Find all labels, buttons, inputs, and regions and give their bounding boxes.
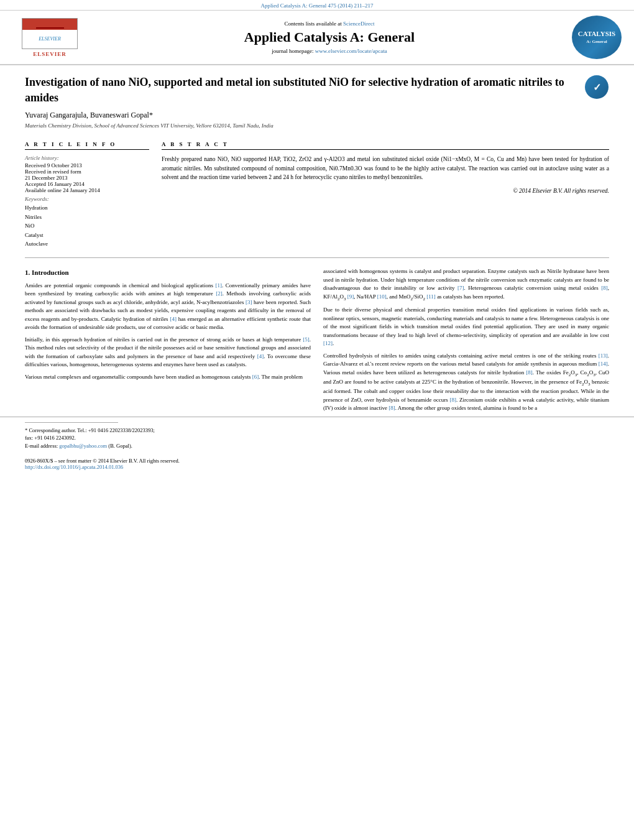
- svg-rect-0: [37, 21, 41, 28]
- svg-rect-2: [50, 20, 54, 28]
- right-para-2: Due to their diverse physical and chemic…: [323, 306, 609, 348]
- journal-center: Contents lists available at ScienceDirec…: [87, 21, 572, 54]
- article-info-col: A R T I C L E I N F O Article history: R…: [25, 141, 149, 248]
- ref-3[interactable]: [3]: [246, 299, 252, 305]
- copyright-text: © 2014 Elsevier B.V. All rights reserved…: [162, 187, 609, 195]
- ref-1[interactable]: [1]: [215, 282, 222, 288]
- ref-11[interactable]: [11]: [426, 293, 436, 300]
- journal-header: ELSEVIER ELSEVIER Contents lists availab…: [0, 11, 634, 65]
- doi-section: 0926-860X/$ – see front matter © 2014 El…: [0, 455, 634, 475]
- elsevier-logo: ELSEVIER ELSEVIER: [12, 18, 87, 57]
- revised-date: 21 December 2013: [25, 175, 149, 181]
- footnote-section: * Corresponding author. Tel.: +91 0416 2…: [0, 417, 634, 455]
- abstract-body: Freshly prepared nano NiO, NiO supported…: [162, 155, 609, 182]
- journal-top-bar: Applied Catalysis A: General 475 (2014) …: [0, 0, 634, 11]
- crossmark-badge: ✓: [584, 75, 609, 99]
- revised-label: Received in revised form: [25, 168, 149, 175]
- corresponding-footnote: * Corresponding author. Tel.: +91 0416 2…: [25, 427, 609, 435]
- article-title-area: Investigation of nano NiO, supported and…: [25, 75, 609, 106]
- keyword-5: Autoclave: [25, 241, 48, 247]
- ref-8c[interactable]: [8]: [450, 397, 457, 403]
- ref-12[interactable]: [12]: [323, 340, 333, 346]
- elsevier-label: ELSEVIER: [33, 51, 67, 57]
- history-label: Article history:: [25, 155, 149, 161]
- svg-rect-4: [36, 27, 64, 29]
- keywords-section: Keywords: Hydration Nitriles NiO Catalys…: [25, 196, 149, 248]
- ref-2[interactable]: [2]: [216, 290, 223, 297]
- body-left-col: 1. Introduction Amides are potential org…: [25, 267, 311, 416]
- right-para-3: Controlled hydrolysis of nitriles to ami…: [323, 352, 609, 413]
- intro-para-1: Amides are potential organic compounds i…: [25, 282, 311, 332]
- abstract-text: Freshly prepared nano NiO, NiO supported…: [162, 155, 609, 195]
- ref-9[interactable]: [9]: [347, 293, 354, 300]
- ref-13[interactable]: [13]: [599, 353, 608, 359]
- ref-14[interactable]: [14]: [599, 361, 608, 367]
- email-footnote: E-mail address: gopalbhu@yahoo.com (B. G…: [25, 442, 609, 450]
- ref-8[interactable]: [8]: [601, 285, 608, 291]
- ref-4[interactable]: [4]: [170, 316, 177, 322]
- elsevier-tree-icon: [31, 19, 68, 29]
- article-info-header: A R T I C L E I N F O: [25, 141, 149, 150]
- catalysis-logo: CATALYSIS A: General: [572, 16, 622, 59]
- ref-8b[interactable]: [8]: [526, 369, 533, 376]
- article-info-abstract-cols: A R T I C L E I N F O Article history: R…: [0, 141, 634, 248]
- section-divider: [25, 257, 609, 258]
- contents-link: Contents lists available at ScienceDirec…: [99, 21, 559, 27]
- ref-6[interactable]: [6]: [252, 374, 259, 380]
- received-date: Received 9 October 2013: [25, 162, 149, 168]
- abstract-col: A B S T R A C T Freshly prepared nano Ni…: [162, 141, 609, 248]
- doi-link-container: http://dx.doi.org/10.1016/j.apcata.2014.…: [25, 464, 609, 470]
- fax-footnote: fax: +91 0416 2243092.: [25, 434, 609, 442]
- sciencedirect-link[interactable]: ScienceDirect: [343, 21, 374, 27]
- keyword-3: NiO: [25, 223, 35, 229]
- ref-10[interactable]: [10]: [377, 293, 387, 300]
- article-affiliation: Materials Chemistry Division, School of …: [25, 122, 609, 129]
- keyword-4: Catalyst: [25, 232, 44, 238]
- journal-name: Applied Catalysis A: General: [99, 29, 559, 45]
- right-para-1: associated with homogenous systems is ca…: [323, 267, 609, 302]
- article-authors: Yuvaraj Gangarajula, Buvaneswari Gopal*: [25, 111, 609, 120]
- abstract-header: A B S T R A C T: [162, 141, 609, 150]
- intro-heading: 1. Introduction: [25, 267, 311, 278]
- ref-7[interactable]: [7]: [457, 285, 464, 291]
- crossmark-icon: ✓: [585, 75, 609, 99]
- journal-homepage: journal homepage: www.elsevier.com/locat…: [99, 48, 559, 54]
- intro-para-3: Various metal complexes and organometall…: [25, 373, 311, 382]
- logo-top-portion: [22, 19, 77, 30]
- ref-5[interactable]: [5]: [303, 336, 310, 343]
- email-link[interactable]: gopalbhu@yahoo.com: [59, 443, 107, 449]
- article-section: Investigation of nano NiO, supported and…: [0, 65, 634, 141]
- journal-ref: Applied Catalysis A: General 475 (2014) …: [260, 2, 373, 9]
- keyword-list: Hydration Nitriles NiO Catalyst Autoclav…: [25, 203, 149, 248]
- article-title: Investigation of nano NiO, supported and…: [25, 75, 584, 106]
- issn-text: 0926-860X/$ – see front matter © 2014 El…: [25, 458, 609, 464]
- footnote-divider: [25, 422, 118, 423]
- ref-8d[interactable]: [8]: [388, 405, 395, 411]
- keyword-2: Nitriles: [25, 214, 42, 220]
- available-date: Available online 24 January 2014: [25, 187, 149, 193]
- homepage-url[interactable]: www.elsevier.com/locate/apcata: [315, 48, 387, 54]
- doi-link[interactable]: http://dx.doi.org/10.1016/j.apcata.2014.…: [25, 464, 123, 470]
- logo-bottom-portion: ELSEVIER: [22, 30, 77, 48]
- keywords-label: Keywords:: [25, 196, 149, 202]
- svg-rect-3: [56, 22, 59, 28]
- ref-4b[interactable]: [4]: [257, 353, 264, 359]
- body-right-col: associated with homogenous systems is ca…: [323, 267, 609, 416]
- accepted-date: Accepted 16 January 2014: [25, 181, 149, 187]
- body-section: 1. Introduction Amides are potential org…: [0, 267, 634, 416]
- elsevier-logo-box: ELSEVIER: [22, 18, 78, 49]
- svg-rect-1: [44, 22, 47, 28]
- intro-para-2: Initially, in this approach hydration of…: [25, 336, 311, 369]
- keyword-1: Hydration: [25, 205, 48, 211]
